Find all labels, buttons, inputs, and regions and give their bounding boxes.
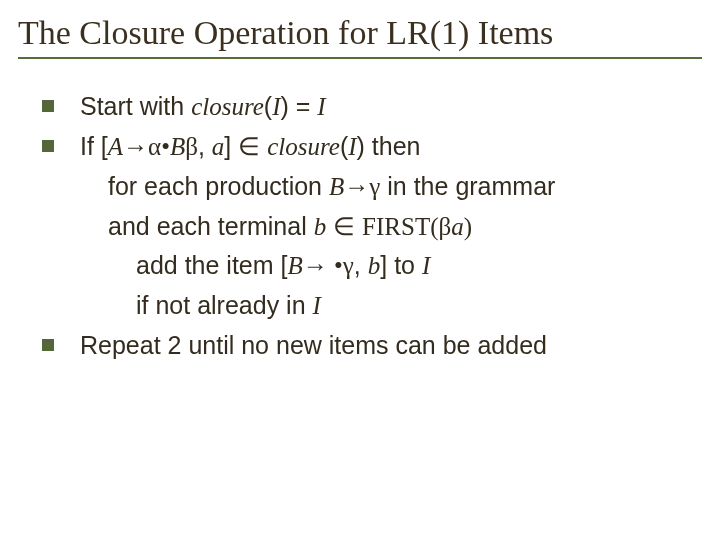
item-text: Repeat 2 until no new items can be added	[80, 326, 702, 365]
item-text: Start with closure(I) = I	[80, 87, 702, 127]
square-bullet-icon	[42, 140, 54, 152]
item-body: Repeat 2 until no new items can be added	[80, 326, 702, 365]
slide-title: The Closure Operation for LR(1) Items	[18, 14, 702, 51]
list-item: Start with closure(I) = I	[42, 87, 702, 127]
sub-line: add the item [B→ •γ, b] to I	[80, 246, 702, 286]
square-bullet-icon	[42, 100, 54, 112]
sub-line: if not already in I	[80, 286, 702, 326]
slide-content: Start with closure(I) = I If [A→α•Bβ, a]…	[18, 87, 702, 364]
slide: The Closure Operation for LR(1) Items St…	[0, 0, 720, 540]
title-divider: The Closure Operation for LR(1) Items	[18, 14, 702, 59]
item-body: Start with closure(I) = I	[80, 87, 702, 127]
item-body: If [A→α•Bβ, a] ∈ closure(I) then for eac…	[80, 127, 702, 326]
item-text: If [A→α•Bβ, a] ∈ closure(I) then	[80, 127, 702, 167]
list-item: If [A→α•Bβ, a] ∈ closure(I) then for eac…	[42, 127, 702, 326]
sub-line: and each terminal b ∈ FIRST(βa)	[80, 207, 702, 247]
sub-line: for each production B→γ in the grammar	[80, 167, 702, 207]
square-bullet-icon	[42, 339, 54, 351]
list-item: Repeat 2 until no new items can be added	[42, 326, 702, 365]
